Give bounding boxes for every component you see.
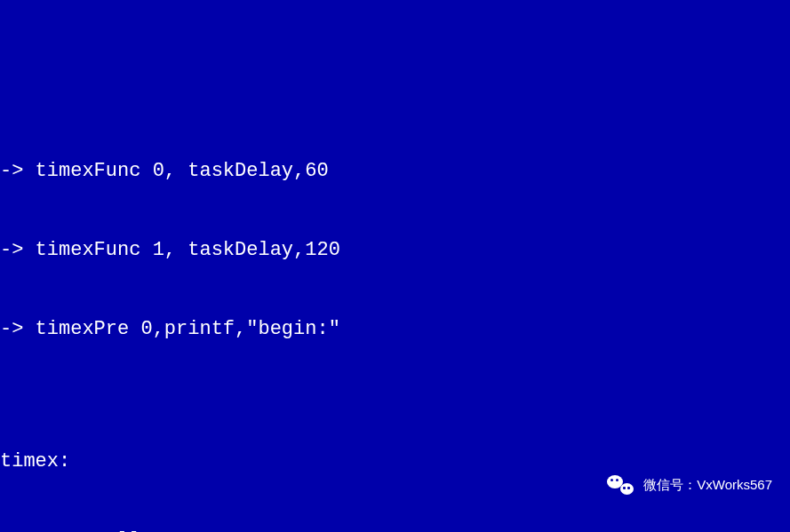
terminal-window[interactable]: -> timexFunc 0, taskDelay,60 -> timexFun…: [0, 106, 790, 532]
wechat-icon: [604, 469, 636, 501]
watermark-label: 微信号：VxWorks567: [643, 476, 772, 494]
watermark: 微信号：VxWorks567: [604, 469, 772, 501]
terminal-line: -> timexPre 0,printf,"begin:": [0, 316, 790, 343]
terminal-line: -> timexFunc 0, taskDelay,60: [0, 158, 790, 185]
terminal-line: -> timexFunc 1, taskDelay,120: [0, 237, 790, 264]
terminal-line: pre-calls:: [0, 528, 790, 532]
